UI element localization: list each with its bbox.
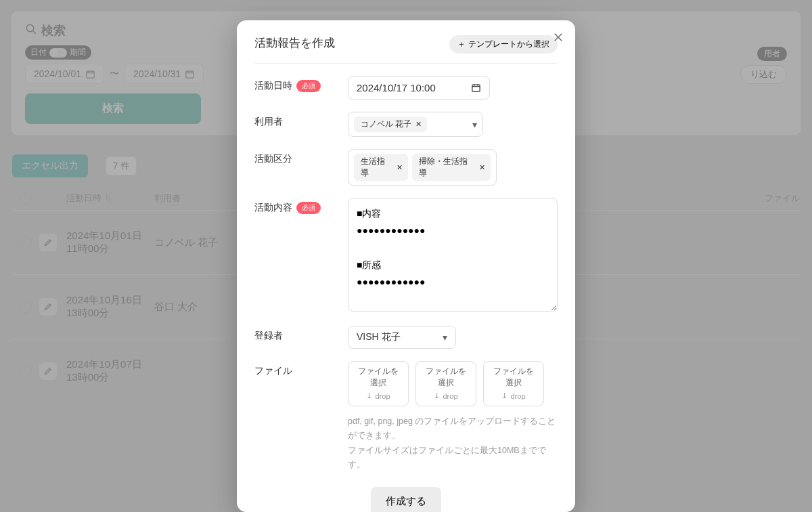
file-select-label: ファイルを選択	[423, 366, 469, 389]
registrant-select[interactable]: VISH 花子 ▾	[348, 326, 456, 349]
file-upload-3[interactable]: ファイルを選択 ⤓drop	[483, 361, 544, 406]
upload-icon: ⤓	[434, 391, 440, 400]
file-select-label: ファイルを選択	[491, 366, 537, 389]
content-textarea[interactable]	[348, 198, 558, 312]
template-btn-label: テンプレートから選択	[468, 39, 549, 50]
svg-rect-12	[472, 85, 480, 91]
datetime-input[interactable]: 2024/10/17 10:00	[348, 76, 490, 100]
plus-icon: ＋	[457, 39, 466, 50]
file-drop-label: drop	[443, 392, 457, 400]
chip-remove-icon[interactable]: ✕	[415, 120, 422, 129]
upload-icon: ⤓	[366, 391, 372, 400]
file-upload-2[interactable]: ファイルを選択 ⤓drop	[415, 361, 476, 406]
file-drop-label: drop	[375, 392, 390, 400]
user-select[interactable]: コノベル 花子 ✕ ▾	[348, 112, 483, 137]
close-icon	[552, 31, 564, 43]
calendar-icon	[471, 83, 481, 93]
submit-button[interactable]: 作成する	[371, 487, 441, 512]
chip-remove-icon[interactable]: ✕	[397, 163, 403, 172]
chip-remove-icon[interactable]: ✕	[479, 163, 485, 172]
required-badge: 必須	[296, 80, 321, 92]
user-chip-label: コノベル 花子	[361, 119, 411, 130]
label-category: 活動区分	[254, 153, 292, 165]
modal-title: 活動報告を作成	[254, 35, 335, 51]
user-chip: コノベル 花子 ✕	[354, 116, 427, 132]
category-chip: 掃除・生活指導 ✕	[412, 154, 491, 181]
chevron-down-icon: ▾	[443, 332, 447, 343]
file-select-label: ファイルを選択	[355, 366, 401, 389]
create-report-modal: 活動報告を作成 ＋ テンプレートから選択 活動日時 必須 2024/10/17 …	[237, 20, 575, 512]
category-select[interactable]: 生活指導 ✕ 掃除・生活指導 ✕	[348, 149, 497, 186]
registrant-value: VISH 花子	[357, 331, 401, 343]
template-select-button[interactable]: ＋ テンプレートから選択	[449, 35, 558, 54]
category-chip-label: 掃除・生活指導	[419, 156, 475, 179]
label-content: 活動内容	[254, 202, 292, 214]
category-chip-label: 生活指導	[361, 156, 392, 179]
label-registrant: 登録者	[254, 330, 283, 342]
required-badge: 必須	[296, 202, 321, 214]
label-user: 利用者	[254, 116, 283, 128]
label-file: ファイル	[254, 365, 292, 377]
close-button[interactable]	[552, 31, 564, 43]
datetime-value: 2024/10/17 10:00	[357, 82, 436, 93]
upload-icon: ⤓	[501, 391, 508, 400]
file-upload-1[interactable]: ファイルを選択 ⤓drop	[348, 361, 409, 406]
modal-overlay: 活動報告を作成 ＋ テンプレートから選択 活動日時 必須 2024/10/17 …	[0, 0, 812, 512]
category-chip: 生活指導 ✕	[354, 154, 408, 181]
chevron-down-icon: ▾	[472, 119, 477, 130]
file-help-text: pdf, gif, png, jpeg のファイルをアップロードすることができま…	[348, 414, 558, 472]
label-datetime: 活動日時	[254, 80, 292, 92]
file-drop-label: drop	[510, 392, 525, 400]
